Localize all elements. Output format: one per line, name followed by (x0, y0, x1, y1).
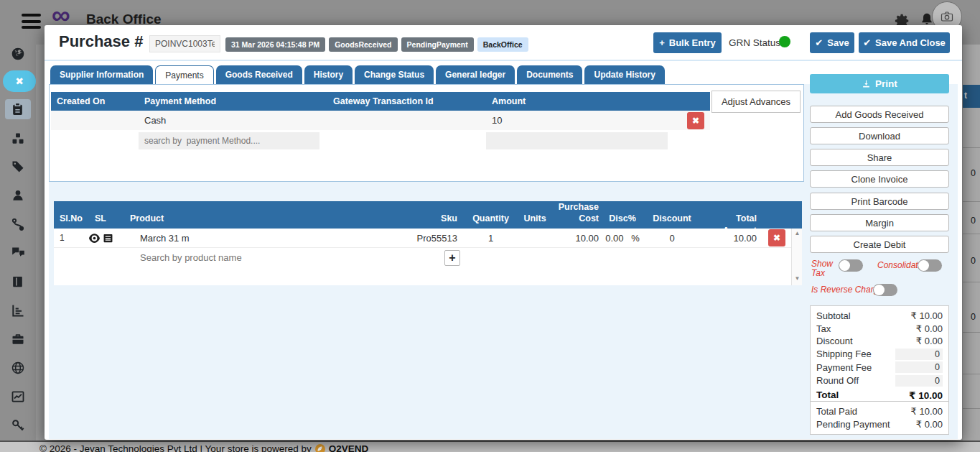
header-divider (45, 60, 962, 61)
col-sl: SL (83, 213, 118, 225)
product-table-header: Sl.No SL Product Sku Quantity Units Purc… (54, 201, 802, 229)
purchase-documents-icon[interactable] (11, 102, 25, 116)
tab-payments[interactable]: Payments (155, 65, 213, 84)
o2vend-brand[interactable]: O2VEND (329, 443, 369, 452)
bulk-entry-button[interactable]: + Bulk Entry (653, 32, 722, 53)
scroll-down-icon[interactable]: ▼ (792, 275, 803, 284)
clone-invoice-button[interactable]: Clone Invoice (810, 170, 949, 188)
col-total-amount: Total Amount (704, 213, 757, 225)
invoice-number-input[interactable] (149, 35, 220, 52)
purchase-modal: Purchase # 31 Mar 2026 04:15:48 PM Goods… (45, 25, 962, 440)
grn-status-indicator (779, 36, 790, 47)
ranking-icon[interactable] (11, 303, 25, 318)
payment-amount-input[interactable] (486, 132, 668, 149)
tab-update-history[interactable]: Update History (584, 65, 664, 84)
col-discount: Discount (640, 213, 704, 225)
avatar-camera-icon (941, 11, 953, 22)
customers-icon[interactable] (11, 188, 25, 203)
tab-goods-received[interactable]: Goods Received (216, 65, 302, 84)
col-amount: Amount (486, 96, 676, 106)
product-quantity[interactable]: 1 (463, 233, 518, 244)
tags-icon[interactable] (11, 160, 25, 174)
chat-icon[interactable] (11, 246, 25, 260)
consolidate-toggle[interactable] (918, 259, 942, 272)
col-payment-method: Payment Method (139, 96, 327, 106)
tax-label: Tax (816, 323, 831, 334)
tab-documents[interactable]: Documents (517, 65, 582, 84)
channel-badge: BackOffice (477, 37, 528, 52)
product-total: 10.00 (704, 233, 762, 244)
col-disc-percent: Disc% (605, 213, 640, 225)
total-paid-label: Total Paid (816, 406, 857, 417)
save-and-close-button[interactable]: ✔ Save And Close (859, 32, 950, 53)
round-off-label: Round Off (816, 375, 859, 386)
adjust-advances-button[interactable]: Adjust Advances (711, 91, 801, 113)
check-icon: ✔ (863, 37, 871, 48)
status-badge-pending-payment: PendingPayment (401, 37, 474, 52)
pending-payment-value: ₹ 0.00 (916, 419, 943, 430)
total-value: ₹ 10.00 (909, 389, 943, 401)
close-icon: ✖ (773, 233, 780, 243)
details-icon[interactable] (103, 233, 113, 244)
add-goods-received-button[interactable]: Add Goods Received (810, 106, 949, 123)
share-button[interactable]: Share (810, 149, 949, 166)
payment-fee-input[interactable] (895, 361, 943, 373)
col-created-on: Created On (51, 96, 139, 106)
product-disc-value[interactable]: 0.00 (605, 233, 623, 244)
product-search-row: + (54, 248, 802, 267)
product-sku: Pro55513 (402, 233, 463, 244)
menu-icon[interactable] (22, 14, 42, 32)
add-product-button[interactable]: + (444, 250, 460, 266)
col-slno: Sl.No (60, 213, 83, 225)
margin-button[interactable]: Margin (810, 214, 949, 231)
create-debit-button[interactable]: Create Debit (810, 236, 949, 253)
col-product: Product (130, 213, 402, 225)
download-button[interactable]: Download (810, 127, 949, 144)
view-icon[interactable] (88, 233, 101, 244)
tab-history[interactable]: History (304, 65, 353, 84)
analytics-icon[interactable] (11, 389, 25, 404)
print-button[interactable]: Print (810, 74, 949, 93)
tab-general-ledger[interactable]: General ledger (436, 65, 515, 84)
datetime-badge: 31 Mar 2026 04:15:48 PM (225, 37, 325, 52)
tab-change-status[interactable]: Change Status (355, 65, 434, 84)
product-cost[interactable]: 10.00 (551, 233, 605, 244)
show-tax-toggle[interactable] (839, 259, 863, 272)
show-tax-label: Show Tax (811, 259, 840, 278)
reverse-charge-toggle[interactable] (873, 284, 897, 296)
product-name: March 31 m (118, 233, 402, 244)
total-paid-value: ₹ 10.00 (911, 406, 943, 417)
shipping-fee-label: Shipping Fee (816, 349, 872, 359)
save-button[interactable]: ✔ Save (810, 32, 854, 53)
payment-summary: Total Paid₹ 10.00 Pending Payment₹ 0.00 (810, 401, 949, 435)
scroll-up-icon[interactable]: ▲ (792, 230, 803, 239)
products-icon[interactable] (11, 132, 25, 146)
left-sidebar: ✖ (0, 45, 36, 441)
tab-bar: Supplier Information Payments Goods Rece… (50, 65, 665, 84)
product-disc-unit: % (631, 233, 640, 244)
dashboard-icon[interactable] (11, 47, 25, 61)
product-table-scrollbar[interactable]: ▲ ▼ (791, 229, 802, 285)
tab-supplier-information[interactable]: Supplier Information (50, 65, 153, 84)
payment-method-search-input[interactable] (139, 132, 319, 149)
globe-icon[interactable] (11, 361, 25, 375)
delete-payment-button[interactable]: ✖ (687, 112, 704, 129)
actions-panel: Print Add Goods Received Download Share … (810, 74, 949, 433)
col-gateway-id: Gateway Transaction Id (327, 96, 486, 106)
ledger-icon[interactable] (11, 275, 25, 289)
briefcase-icon[interactable] (11, 332, 25, 346)
product-slno: 1 (54, 233, 83, 243)
route-icon[interactable] (11, 217, 25, 231)
round-off-input[interactable] (895, 375, 943, 387)
payment-method: Cash (139, 115, 327, 126)
shipping-fee-input[interactable] (895, 349, 943, 360)
delete-product-button[interactable]: ✖ (768, 229, 785, 246)
o2vend-logo-icon (315, 444, 325, 452)
product-search-input[interactable] (118, 250, 276, 266)
payments-panel: Created On Payment Method Gateway Transa… (49, 84, 804, 182)
col-units: Units (518, 213, 551, 225)
close-icon: ✖ (15, 75, 24, 87)
sidebar-item-active[interactable]: ✖ (3, 70, 36, 92)
key-icon[interactable] (11, 418, 25, 433)
print-barcode-button[interactable]: Print Barcode (810, 193, 949, 210)
